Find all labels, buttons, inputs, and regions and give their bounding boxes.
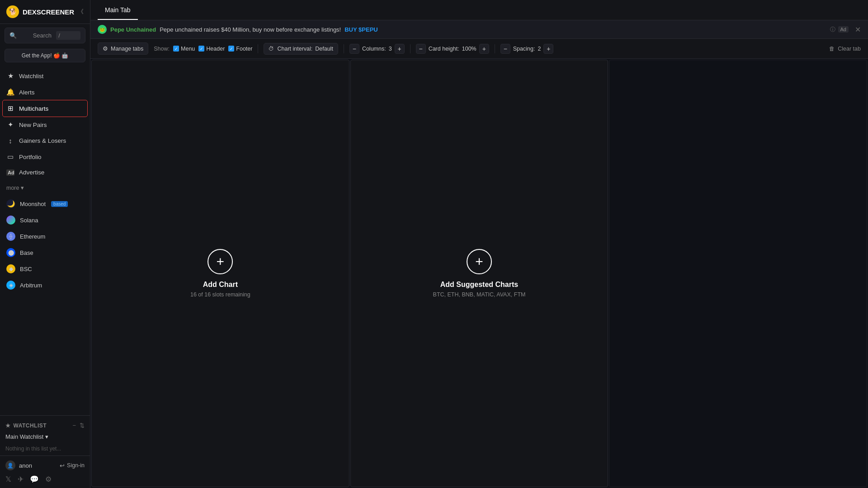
user-row: 👤 anon ↩ Sign-in [5,460,85,470]
spacing-plus-button[interactable]: + [543,44,553,54]
multicharts-icon: ⊞ [6,104,14,113]
add-chart-slot[interactable]: + Add Chart 16 of 16 slots remaining [91,60,349,487]
manage-tabs-label: Manage tabs [111,46,143,52]
discord-icon[interactable]: 💬 [30,475,39,483]
show-footer-checkbox[interactable]: ✓ Footer [228,46,252,52]
tab-bar: Main Tab [90,0,868,20]
separator [410,44,410,53]
search-icon: 🔍 [9,32,29,39]
chain-item-ethereum[interactable]: ⟠ Ethereum [0,228,90,244]
sidebar-item-portfolio[interactable]: ▭ Portfolio [0,149,90,165]
base-icon: ⬤ [6,248,15,257]
add-suggested-icon: + [467,249,492,274]
watchlist-sort-icon[interactable]: ⇅ [80,422,85,429]
sidebar-item-advertise[interactable]: Ad Advertise [0,165,90,180]
gainers-losers-icon: ↕ [6,137,14,145]
watchlist-actions: − ⇅ [72,422,85,429]
sidebar: 🐕 DEXSCREENER 《 🔍 Search / Get the App! … [0,0,90,488]
ethereum-icon: ⟠ [6,232,15,241]
columns-minus-button[interactable]: − [349,44,359,54]
ad-text: Pepe unchained raises $40 Million, buy n… [160,26,341,33]
show-footer-label: Footer [236,46,252,52]
solana-icon [6,216,15,225]
sidebar-item-gainers-losers[interactable]: ↕ Gainers & Losers [0,133,90,149]
gear-icon: ⚙ [103,45,108,52]
add-suggested-charts-slot[interactable]: + Add Suggested Charts BTC, ETH, BNB, MA… [350,60,609,487]
sidebar-footer: 👤 anon ↩ Sign-in 𝕏 ✈ 💬 ⚙ [0,455,90,488]
card-height-plus-button[interactable]: + [479,44,489,54]
watchlist-section: ★ WATCHLIST − ⇅ Main Watchlist ▾ Nothing… [0,415,90,455]
empty-chart-slot [609,60,867,487]
ad-brand: Pepe Unchained [110,26,156,33]
chain-item-base[interactable]: ⬤ Base [0,244,90,261]
show-header-label: Header [206,46,225,52]
trash-icon: 🗑 [829,46,835,52]
twitter-icon[interactable]: 𝕏 [5,475,11,483]
sidebar-item-multicharts[interactable]: ⊞ Multicharts [3,100,87,117]
columns-value: 3 [389,46,392,52]
checkbox-icon: ✓ [173,46,179,52]
sidebar-item-new-pairs[interactable]: ✦ New Pairs [0,117,90,133]
collapse-button[interactable]: 《 [78,8,84,16]
clock-icon: ⏱ [269,46,274,52]
ad-cta[interactable]: BUY $PEPU [344,26,377,33]
separator [495,44,495,53]
spacing-label: Spacing: [513,46,535,52]
ad-badge: Ad [838,26,849,33]
sign-in-icon: ↩ [60,462,65,469]
advertise-icon: Ad [6,169,14,176]
sidebar-item-alerts[interactable]: 🔔 Alerts [0,84,90,100]
more-button[interactable]: more ▾ [0,182,90,194]
sign-in-button[interactable]: ↩ Sign-in [60,462,85,469]
sidebar-item-label: Multicharts [19,105,48,112]
checkbox-icon: ✓ [228,46,234,52]
logo[interactable]: 🐕 DEXSCREENER [6,5,74,18]
new-pairs-icon: ✦ [6,121,14,129]
chain-item-arbitrum[interactable]: ◈ Arbitrum [0,277,90,293]
settings-icon[interactable]: ⚙ [45,475,52,483]
show-menu-checkbox[interactable]: ✓ Menu [173,46,195,52]
search-bar[interactable]: 🔍 Search / [5,28,85,43]
watchlist-name: Main Watchlist [5,433,43,440]
columns-plus-button[interactable]: + [395,44,405,54]
tab-main[interactable]: Main Tab [98,0,138,20]
sign-in-label: Sign-in [67,462,85,469]
show-header-checkbox[interactable]: ✓ Header [198,46,225,52]
card-height-minus-button[interactable]: − [416,44,426,54]
watchlist-add-icon[interactable]: − [72,422,76,429]
clear-tab-button[interactable]: 🗑 Clear tab [829,46,861,52]
manage-tabs-button[interactable]: ⚙ Manage tabs [98,42,148,55]
tabs: Main Tab [98,0,138,20]
bsc-icon: ◆ [6,264,15,273]
add-suggested-subtitle: BTC, ETH, BNB, MATIC, AVAX, FTM [433,291,526,298]
card-height-value: 100% [462,46,476,52]
chain-label: Solana [20,217,38,224]
checkbox-icon: ✓ [198,46,204,52]
social-icons: 𝕏 ✈ 💬 ⚙ [5,475,85,483]
separator [344,44,344,53]
logo-icon: 🐕 [6,5,19,18]
sidebar-item-label: Advertise [19,169,44,176]
ad-close-button[interactable]: ✕ [855,25,861,34]
tab-label: Main Tab [105,6,131,14]
show-menu-label: Menu [181,46,195,52]
sidebar-item-watchlist[interactable]: ★ Watchlist [0,68,90,84]
chain-item-bsc[interactable]: ◆ BSC [0,261,90,277]
chart-area: + Add Chart 16 of 16 slots remaining + A… [90,59,868,488]
watchlist-dropdown[interactable]: Main Watchlist ▾ [0,432,90,442]
spacing-minus-button[interactable]: − [500,44,510,54]
chevron-down-icon: ▾ [21,184,24,191]
chain-section: 🌙 Moonshot based Solana ⟠ Ethereum ⬤ Bas… [0,194,90,415]
star-icon: ★ [5,422,11,429]
chart-interval-button[interactable]: ⏱ Chart interval: Default [264,43,338,55]
chart-interval-label: Chart interval: [277,46,312,52]
chain-item-solana[interactable]: Solana [0,212,90,228]
sidebar-item-label: Alerts [19,89,35,96]
telegram-icon[interactable]: ✈ [18,475,24,483]
username: anon [19,462,32,469]
nav-items: ★ Watchlist 🔔 Alerts ⊞ Multicharts ✦ New… [0,66,90,182]
chain-item-moonshot[interactable]: 🌙 Moonshot based [0,196,90,212]
get-app-button[interactable]: Get the App! 🍎 🤖 [5,49,85,62]
logo-text: DEXSCREENER [23,8,74,16]
ad-tag: ⓘ Ad ✕ [830,25,861,34]
